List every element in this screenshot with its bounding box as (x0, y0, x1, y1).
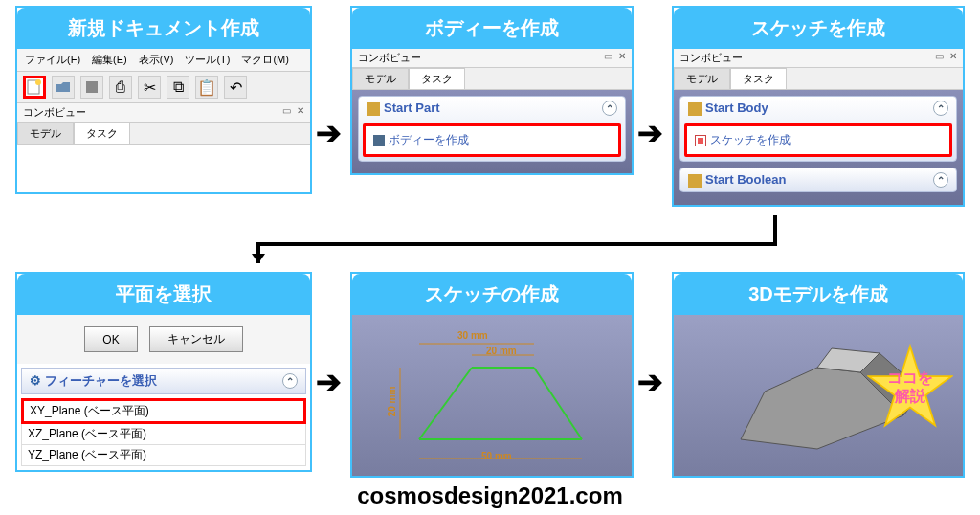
tabs-2: モデル タスク (352, 68, 632, 90)
step4-panel: 平面を選択 OK キャンセル ⚙ フィーチャーを選択 ⌃ XY_Plane (ベ… (15, 272, 312, 472)
menu-tool[interactable]: ツール(T) (185, 53, 230, 67)
arrow-4-5: ➔ (316, 364, 342, 400)
new-doc-button[interactable] (23, 76, 46, 99)
plane-xy[interactable]: XY_Plane (ベース平面) (21, 398, 306, 424)
feature-select-label: フィーチャーを選択 (45, 373, 157, 388)
start-body-group: Start Body ⌃ スケッチを作成 (679, 96, 957, 162)
start-boolean-header[interactable]: Start Boolean ⌃ (680, 168, 956, 191)
cube-icon (367, 102, 380, 116)
arrow-2-3: ➔ (637, 115, 663, 151)
create-sketch-item[interactable]: スケッチを作成 (684, 123, 952, 157)
collapse-icon[interactable]: ⌃ (602, 101, 617, 116)
ok-button[interactable]: OK (84, 326, 137, 352)
start-boolean-label: Start Boolean (705, 172, 787, 187)
save-button[interactable] (80, 76, 103, 99)
close-icon[interactable]: ✕ (949, 51, 957, 65)
tab-task-2[interactable]: タスク (409, 68, 465, 89)
step1-panel: 新規ドキュメント作成 ファイル(F) 編集(E) 表示(V) ツール(T) マク… (15, 6, 312, 194)
combo-title-3: コンボビュー (679, 51, 743, 65)
step3-header: スケッチを作成 (674, 8, 963, 49)
copy-button[interactable]: ⧉ (167, 76, 189, 99)
dialog-buttons: OK キャンセル (17, 315, 310, 364)
close-icon[interactable]: ✕ (618, 51, 626, 65)
plane-yz[interactable]: YZ_Plane (ベース平面) (21, 445, 306, 466)
dim-30: 30 mm (457, 330, 488, 341)
footer-url: cosmosdesign2021.com (0, 482, 980, 509)
tab-task-3[interactable]: タスク (730, 68, 787, 89)
tab-model-3[interactable]: モデル (674, 68, 730, 89)
step1-header: 新規ドキュメント作成 (17, 8, 310, 49)
feature-select-header[interactable]: ⚙ フィーチャーを選択 ⌃ (21, 368, 306, 394)
start-body-header[interactable]: Start Body ⌃ (680, 97, 956, 120)
tab-task[interactable]: タスク (74, 123, 130, 144)
svg-line-6 (534, 368, 582, 439)
dock-icon[interactable]: ▭ (604, 51, 612, 65)
combo-title: コンボビュー (23, 105, 86, 120)
star-line1: ココを (887, 369, 933, 386)
start-part-group: Start Part ⌃ ボディーを作成 (358, 96, 626, 162)
tab-model-2[interactable]: モデル (352, 68, 409, 89)
dock-icon[interactable]: ▭ (935, 51, 944, 65)
menubar: ファイル(F) 編集(E) 表示(V) ツール(T) マクロ(M) (17, 49, 310, 72)
step4-header: 平面を選択 (17, 274, 310, 315)
window-controls: ▭✕ (282, 105, 304, 120)
menu-view[interactable]: 表示(V) (139, 53, 174, 67)
start-boolean-group: Start Boolean ⌃ (679, 168, 957, 192)
create-body-label: ボディーを作成 (389, 132, 469, 148)
step5-header: スケッチの作成 (352, 274, 632, 315)
arrow-5-6: ➔ (637, 364, 663, 400)
collapse-icon[interactable]: ⌃ (282, 373, 298, 389)
tab-model[interactable]: モデル (17, 123, 74, 144)
arrow-1-2: ➔ (316, 115, 342, 151)
undo-button[interactable]: ↶ (224, 76, 247, 99)
step5-panel: スケッチの作成 30 mm 20 mm 20 mm 50 mm (350, 272, 634, 478)
cut-button[interactable]: ✂ (138, 76, 161, 99)
dim-50: 50 mm (481, 451, 512, 461)
menu-macro[interactable]: マクロ(M) (241, 53, 289, 67)
dim-20: 20 mm (486, 346, 517, 356)
paste-button[interactable]: 📋 (195, 76, 218, 99)
create-sketch-label: スケッチを作成 (710, 132, 791, 148)
close-icon[interactable]: ✕ (297, 105, 304, 120)
collapse-icon[interactable]: ⌃ (933, 172, 948, 188)
model-viewport: ココを解説 (674, 315, 963, 476)
plane-list: XY_Plane (ベース平面) XZ_Plane (ベース平面) YZ_Pla… (21, 398, 306, 466)
feature-icon: ⚙ (30, 373, 41, 388)
cube-icon (688, 102, 702, 116)
combo-title-bar: コンボビュー ▭✕ (17, 103, 310, 123)
step2-header: ボディーを作成 (352, 8, 632, 49)
create-body-item[interactable]: ボディーを作成 (363, 123, 621, 157)
menu-file[interactable]: ファイル(F) (25, 53, 80, 67)
step3-panel: スケッチを作成 コンボビュー ▭✕ モデル タスク Start Body ⌃ ス… (672, 6, 965, 207)
cancel-button[interactable]: キャンセル (149, 326, 243, 352)
plane-xz[interactable]: XZ_Plane (ベース平面) (21, 424, 306, 445)
tabs: モデル タスク (17, 123, 310, 145)
explain-star: ココを解説 (867, 344, 953, 430)
task-body-3: Start Body ⌃ スケッチを作成 Start Boolean ⌃ (674, 90, 963, 205)
open-button[interactable] (52, 76, 75, 99)
start-part-label: Start Part (384, 101, 440, 115)
collapse-icon[interactable]: ⌃ (933, 101, 948, 116)
dim-20h: 20 mm (387, 387, 397, 417)
start-part-header[interactable]: Start Part ⌃ (359, 97, 625, 120)
combo-title-bar-2: コンボビュー ▭✕ (352, 49, 632, 68)
svg-point-1 (35, 79, 41, 85)
dock-icon[interactable]: ▭ (282, 105, 291, 120)
svg-line-4 (419, 368, 472, 439)
sketch-viewport: 30 mm 20 mm 20 mm 50 mm (352, 315, 632, 476)
combo-title-bar-3: コンボビュー ▭✕ (674, 49, 963, 68)
step6-header: 3Dモデルを作成 (674, 274, 963, 315)
tabs-3: モデル タスク (674, 68, 963, 90)
task-body-2: Start Part ⌃ ボディーを作成 (352, 90, 632, 173)
star-line2: 解説 (895, 388, 925, 404)
sketch-icon (695, 135, 706, 146)
body-icon (373, 135, 385, 146)
start-body-label: Start Body (705, 101, 768, 115)
toolbar: ⎙ ✂ ⧉ 📋 ↶ (17, 72, 310, 103)
cube-icon (688, 174, 702, 188)
menu-edit[interactable]: 編集(E) (92, 53, 127, 67)
step6-panel: 3Dモデルを作成 ココを解説 (672, 272, 965, 478)
print-button[interactable]: ⎙ (109, 76, 132, 99)
combo-title-2: コンボビュー (358, 51, 421, 65)
svg-rect-2 (86, 81, 98, 93)
